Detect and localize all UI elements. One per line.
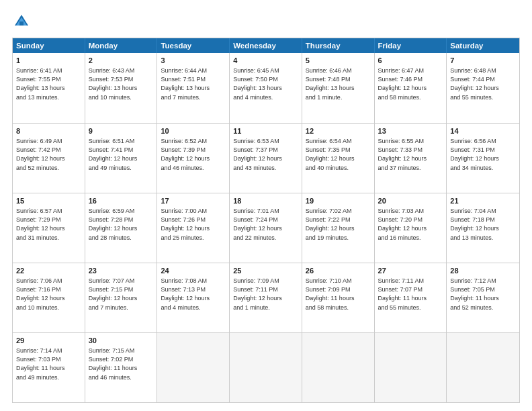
calendar-cell: 19Sunrise: 7:02 AM Sunset: 7:22 PM Dayli… <box>302 193 375 263</box>
calendar: SundayMondayTuesdayWednesdayThursdayFrid… <box>12 38 520 403</box>
calendar-cell: 6Sunrise: 6:47 AM Sunset: 7:46 PM Daylig… <box>375 53 447 123</box>
calendar-cell: 10Sunrise: 6:52 AM Sunset: 7:39 PM Dayli… <box>157 124 230 193</box>
day-number: 11 <box>233 126 298 136</box>
calendar-cell: 30Sunrise: 7:15 AM Sunset: 7:02 PM Dayli… <box>85 333 158 402</box>
cell-text: Sunrise: 6:53 AM Sunset: 7:37 PM Dayligh… <box>233 138 282 171</box>
cell-text: Sunrise: 7:09 AM Sunset: 7:11 PM Dayligh… <box>233 277 282 310</box>
calendar-cell: 16Sunrise: 6:59 AM Sunset: 7:28 PM Dayli… <box>85 193 158 263</box>
calendar-cell <box>157 333 230 402</box>
calendar-cell: 4Sunrise: 6:45 AM Sunset: 7:50 PM Daylig… <box>230 53 302 123</box>
page: SundayMondayTuesdayWednesdayThursdayFrid… <box>0 0 532 411</box>
cell-text: Sunrise: 7:12 AM Sunset: 7:05 PM Dayligh… <box>450 277 499 310</box>
day-number: 15 <box>16 196 81 206</box>
cell-text: Sunrise: 6:49 AM Sunset: 7:42 PM Dayligh… <box>16 138 65 171</box>
weekday-header: Thursday <box>302 38 375 53</box>
cell-text: Sunrise: 7:03 AM Sunset: 7:20 PM Dayligh… <box>378 208 427 240</box>
calendar-body: 1Sunrise: 6:41 AM Sunset: 7:55 PM Daylig… <box>13 53 519 402</box>
calendar-cell: 13Sunrise: 6:55 AM Sunset: 7:33 PM Dayli… <box>375 124 447 193</box>
calendar-cell: 22Sunrise: 7:06 AM Sunset: 7:16 PM Dayli… <box>13 263 85 332</box>
calendar-cell: 12Sunrise: 6:54 AM Sunset: 7:35 PM Dayli… <box>302 124 375 193</box>
day-number: 29 <box>16 336 81 346</box>
day-number: 17 <box>161 196 226 206</box>
logo-icon <box>12 12 31 31</box>
day-number: 24 <box>161 266 226 276</box>
day-number: 6 <box>378 56 443 66</box>
weekday-header: Wednesday <box>230 38 302 53</box>
day-number: 23 <box>89 266 154 276</box>
cell-text: Sunrise: 7:14 AM Sunset: 7:03 PM Dayligh… <box>16 347 65 380</box>
day-number: 4 <box>233 56 298 66</box>
calendar-cell: 1Sunrise: 6:41 AM Sunset: 7:55 PM Daylig… <box>13 53 85 123</box>
calendar-cell: 11Sunrise: 6:53 AM Sunset: 7:37 PM Dayli… <box>230 124 302 193</box>
cell-text: Sunrise: 6:45 AM Sunset: 7:50 PM Dayligh… <box>233 67 282 100</box>
calendar-cell: 17Sunrise: 7:00 AM Sunset: 7:26 PM Dayli… <box>157 193 230 263</box>
calendar-cell: 25Sunrise: 7:09 AM Sunset: 7:11 PM Dayli… <box>230 263 302 332</box>
calendar-cell: 20Sunrise: 7:03 AM Sunset: 7:20 PM Dayli… <box>375 193 447 263</box>
cell-text: Sunrise: 6:41 AM Sunset: 7:55 PM Dayligh… <box>16 67 65 100</box>
calendar-header: SundayMondayTuesdayWednesdayThursdayFrid… <box>13 38 519 53</box>
logo <box>12 12 32 31</box>
calendar-week: 29Sunrise: 7:14 AM Sunset: 7:03 PM Dayli… <box>13 332 519 402</box>
calendar-cell: 7Sunrise: 6:48 AM Sunset: 7:44 PM Daylig… <box>447 53 519 123</box>
day-number: 20 <box>378 196 443 206</box>
day-number: 8 <box>16 126 81 136</box>
weekday-header: Tuesday <box>157 38 230 53</box>
day-number: 26 <box>306 266 371 276</box>
day-number: 3 <box>161 56 226 66</box>
cell-text: Sunrise: 6:56 AM Sunset: 7:31 PM Dayligh… <box>450 138 499 171</box>
cell-text: Sunrise: 6:52 AM Sunset: 7:39 PM Dayligh… <box>161 138 210 171</box>
cell-text: Sunrise: 6:59 AM Sunset: 7:28 PM Dayligh… <box>89 208 138 240</box>
calendar-week: 1Sunrise: 6:41 AM Sunset: 7:55 PM Daylig… <box>13 53 519 123</box>
calendar-cell <box>302 333 375 402</box>
day-number: 28 <box>450 266 516 276</box>
calendar-week: 22Sunrise: 7:06 AM Sunset: 7:16 PM Dayli… <box>13 263 519 332</box>
cell-text: Sunrise: 6:48 AM Sunset: 7:44 PM Dayligh… <box>450 67 499 100</box>
day-number: 7 <box>450 56 516 66</box>
day-number: 18 <box>233 196 298 206</box>
weekday-header: Friday <box>375 38 447 53</box>
cell-text: Sunrise: 7:01 AM Sunset: 7:24 PM Dayligh… <box>233 208 282 240</box>
day-number: 5 <box>306 56 371 66</box>
day-number: 12 <box>306 126 371 136</box>
cell-text: Sunrise: 6:51 AM Sunset: 7:41 PM Dayligh… <box>89 138 138 171</box>
calendar-cell <box>375 333 447 402</box>
cell-text: Sunrise: 6:46 AM Sunset: 7:48 PM Dayligh… <box>306 67 355 100</box>
svg-rect-2 <box>19 21 24 26</box>
calendar-cell: 24Sunrise: 7:08 AM Sunset: 7:13 PM Dayli… <box>157 263 230 332</box>
weekday-header: Saturday <box>447 38 519 53</box>
calendar-cell: 15Sunrise: 6:57 AM Sunset: 7:29 PM Dayli… <box>13 193 85 263</box>
calendar-cell: 23Sunrise: 7:07 AM Sunset: 7:15 PM Dayli… <box>85 263 158 332</box>
day-number: 13 <box>378 126 443 136</box>
calendar-cell: 28Sunrise: 7:12 AM Sunset: 7:05 PM Dayli… <box>447 263 519 332</box>
calendar-cell: 26Sunrise: 7:10 AM Sunset: 7:09 PM Dayli… <box>302 263 375 332</box>
weekday-header: Monday <box>85 38 158 53</box>
weekday-header: Sunday <box>13 38 85 53</box>
cell-text: Sunrise: 7:15 AM Sunset: 7:02 PM Dayligh… <box>89 347 138 380</box>
header <box>12 12 520 31</box>
calendar-week: 8Sunrise: 6:49 AM Sunset: 7:42 PM Daylig… <box>13 123 519 193</box>
day-number: 27 <box>378 266 443 276</box>
day-number: 30 <box>89 336 154 346</box>
day-number: 9 <box>89 126 154 136</box>
calendar-cell <box>230 333 302 402</box>
cell-text: Sunrise: 6:44 AM Sunset: 7:51 PM Dayligh… <box>161 67 210 100</box>
day-number: 1 <box>16 56 81 66</box>
day-number: 19 <box>306 196 371 206</box>
cell-text: Sunrise: 6:55 AM Sunset: 7:33 PM Dayligh… <box>378 138 427 171</box>
cell-text: Sunrise: 7:07 AM Sunset: 7:15 PM Dayligh… <box>89 277 138 310</box>
day-number: 25 <box>233 266 298 276</box>
calendar-cell: 29Sunrise: 7:14 AM Sunset: 7:03 PM Dayli… <box>13 333 85 402</box>
cell-text: Sunrise: 6:47 AM Sunset: 7:46 PM Dayligh… <box>378 67 427 100</box>
cell-text: Sunrise: 7:10 AM Sunset: 7:09 PM Dayligh… <box>306 277 355 310</box>
day-number: 21 <box>450 196 516 206</box>
day-number: 22 <box>16 266 81 276</box>
calendar-cell: 9Sunrise: 6:51 AM Sunset: 7:41 PM Daylig… <box>85 124 158 193</box>
cell-text: Sunrise: 7:04 AM Sunset: 7:18 PM Dayligh… <box>450 208 499 240</box>
cell-text: Sunrise: 7:00 AM Sunset: 7:26 PM Dayligh… <box>161 208 210 240</box>
day-number: 14 <box>450 126 516 136</box>
cell-text: Sunrise: 6:43 AM Sunset: 7:53 PM Dayligh… <box>89 67 138 100</box>
calendar-cell: 18Sunrise: 7:01 AM Sunset: 7:24 PM Dayli… <box>230 193 302 263</box>
calendar-cell: 5Sunrise: 6:46 AM Sunset: 7:48 PM Daylig… <box>302 53 375 123</box>
calendar-cell: 21Sunrise: 7:04 AM Sunset: 7:18 PM Dayli… <box>447 193 519 263</box>
calendar-cell: 3Sunrise: 6:44 AM Sunset: 7:51 PM Daylig… <box>157 53 230 123</box>
